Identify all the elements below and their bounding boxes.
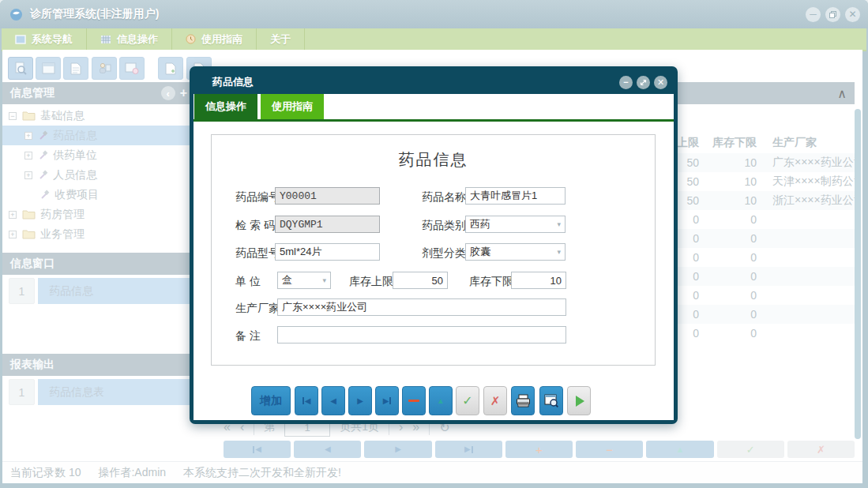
grid-icon bbox=[100, 35, 111, 44]
app-logo-icon bbox=[9, 8, 23, 21]
label-stock-lower: 库存下限 bbox=[469, 275, 513, 289]
label-drug-name: 药品名称 bbox=[422, 190, 466, 205]
run-button[interactable] bbox=[567, 386, 591, 415]
menu-item-about[interactable]: 关于 bbox=[257, 28, 305, 50]
label-index-code: 检 索 码 bbox=[235, 219, 275, 233]
drug-name-field[interactable] bbox=[465, 187, 566, 205]
post-button[interactable]: ✓ bbox=[456, 386, 479, 415]
app-window: 诊所管理系统(非注册用户) ─ ✕ 系统导航 信息操作 使用指南 关于 bbox=[0, 0, 868, 488]
stock-upper-field[interactable] bbox=[393, 272, 448, 289]
label-manufacturer: 生产厂家 bbox=[235, 302, 280, 316]
app-title: 诊所管理系统(非注册用户) bbox=[30, 7, 159, 21]
cancel-button[interactable]: ✗ bbox=[483, 386, 507, 415]
menu-item-guide[interactable]: 使用指南 bbox=[172, 28, 257, 50]
nav-last-button[interactable]: ▶ bbox=[375, 386, 399, 415]
label-unit: 单 位 bbox=[235, 275, 261, 289]
add-button[interactable]: 增加 bbox=[251, 386, 291, 415]
drug-code-field[interactable] bbox=[275, 187, 380, 205]
drug-form-panel: 药品信息 药品编号 药品名称 检 索 码 药品类别 西药 ▾ 药品型号 剂型分类 bbox=[211, 134, 656, 366]
chevron-down-icon: ▾ bbox=[322, 276, 326, 284]
dialog-tabs: 信息操作 使用指南 bbox=[194, 94, 674, 119]
print-preview-icon bbox=[544, 394, 558, 407]
model-field[interactable] bbox=[275, 243, 380, 261]
index-code-field[interactable] bbox=[275, 216, 380, 233]
window-minimize-icon[interactable]: ─ bbox=[806, 7, 821, 22]
dialog-close-icon[interactable]: ✕ bbox=[654, 76, 667, 89]
remark-field[interactable] bbox=[277, 326, 566, 343]
minus-icon bbox=[408, 400, 419, 402]
dialog-body: 药品信息 药品编号 药品名称 检 索 码 药品类别 西药 ▾ 药品型号 剂型分类 bbox=[194, 122, 674, 420]
label-stock-upper: 库存上限 bbox=[349, 275, 393, 289]
form-title: 药品信息 bbox=[212, 149, 655, 171]
app-titlebar: 诊所管理系统(非注册用户) ─ ✕ bbox=[0, 0, 868, 28]
menu-item-info-ops[interactable]: 信息操作 bbox=[87, 28, 172, 50]
nav-prev-button[interactable]: ◀ bbox=[321, 386, 345, 415]
unit-select[interactable]: 盒 ▾ bbox=[277, 272, 331, 289]
stock-lower-field[interactable] bbox=[511, 272, 566, 289]
menu-item-system-nav[interactable]: 系统导航 bbox=[2, 28, 87, 50]
tab-info-ops[interactable]: 信息操作 bbox=[194, 94, 257, 119]
nav-square-icon bbox=[15, 35, 26, 44]
guide-clock-icon bbox=[186, 34, 196, 44]
manufacturer-field[interactable] bbox=[277, 298, 566, 316]
dialog-titlebar[interactable]: 药品信息 − ✕ bbox=[194, 70, 674, 94]
dosage-select[interactable]: 胶囊 ▾ bbox=[465, 243, 566, 261]
nav-next-button[interactable]: ▶ bbox=[348, 386, 372, 415]
dialog-restore-icon[interactable] bbox=[637, 76, 650, 89]
category-select[interactable]: 西药 ▾ bbox=[465, 216, 566, 233]
label-dosage: 剂型分类 bbox=[422, 246, 466, 261]
print-preview-button[interactable] bbox=[539, 386, 563, 415]
nav-first-button[interactable]: ◀ bbox=[295, 386, 318, 415]
label-category: 药品类别 bbox=[422, 219, 466, 233]
label-model: 药品型号 bbox=[235, 246, 280, 261]
play-icon bbox=[576, 396, 584, 407]
window-maximize-icon[interactable] bbox=[825, 7, 840, 22]
dialog-minimize-icon[interactable]: − bbox=[619, 76, 633, 89]
edit-button[interactable]: ▲ bbox=[429, 386, 453, 415]
dialog-button-row: 增加 ◀ ◀ ▶ ▶ ▲ ✓ ✗ bbox=[194, 386, 674, 415]
label-drug-code: 药品编号 bbox=[235, 190, 280, 205]
print-button[interactable] bbox=[511, 386, 535, 415]
tab-guide[interactable]: 使用指南 bbox=[261, 94, 324, 119]
chevron-down-icon: ▾ bbox=[557, 248, 561, 256]
menu-bar: 系统导航 信息操作 使用指南 关于 bbox=[2, 28, 866, 51]
delete-button[interactable] bbox=[402, 386, 426, 415]
label-remark: 备 注 bbox=[235, 329, 261, 343]
chevron-down-icon: ▾ bbox=[557, 220, 561, 228]
printer-icon bbox=[516, 394, 531, 407]
drug-info-dialog: 药品信息 − ✕ 信息操作 使用指南 药品信息 药品编号 药品名称 bbox=[190, 66, 678, 424]
dialog-title: 药品信息 bbox=[212, 75, 254, 89]
window-close-icon[interactable]: ✕ bbox=[845, 7, 860, 22]
